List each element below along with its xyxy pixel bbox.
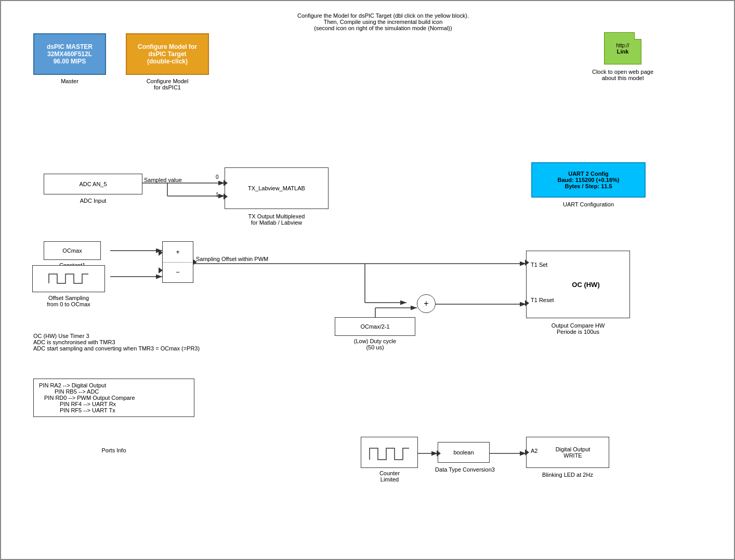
digital-output-label: Blinking LED at 2Hz [521,472,614,478]
counter-limited-label: Counter Limited [357,470,422,483]
master-block[interactable]: dsPIC MASTER 32MX460F512L 96.00 MIPS [33,33,106,75]
master-label: Master [33,78,106,84]
main-canvas: Configure the Model for dsPIC Target (db… [0,0,735,560]
offset-sampling-label: Offset Sampling from 0 to OCmax [22,295,115,307]
offset-sampling-block[interactable] [32,265,105,292]
adder-in2-arrow [159,267,163,274]
digital-output-port: A2 [531,448,537,454]
adc-block[interactable]: ADC AN_5 [44,174,142,194]
oc-hw-block[interactable]: T1 Set T1 Reset OC (HW) [526,251,630,318]
duty-cycle-label: (Low) Duty cycle (50 us) [324,338,426,350]
counter-limited-block[interactable] [361,437,418,468]
tx-in0-arrow [224,180,228,186]
tx-label: TX Output Multiplexedfor Matlab / Labvie… [206,213,347,226]
configure-block[interactable]: Configure Model for dsPIC Target (double… [126,33,209,75]
uart-label: UART Configuration [531,201,646,207]
ports-info-box: PIN RA2 --> Digital Output PIN RB5 --> A… [33,379,194,417]
oc-hw-label: Output Compare HW Periode is 100us [516,322,640,335]
link-label: Clock to open web page about this model [578,69,667,81]
configure-label: Configure Model for dsPIC1 [121,78,214,90]
sampled-value-label: Sampled value [144,177,182,183]
oc-t1reset-port: T1 Reset [531,297,554,303]
digital-out-in-arrow [525,449,529,455]
adder-block[interactable]: + − [162,241,193,283]
header-note: Configure the Model for dsPIC Target (db… [240,12,526,31]
constant1-block[interactable]: OCmax [44,241,101,260]
tx-block[interactable]: 0 1 TX_Labview_MATLAB [225,167,329,209]
ports-info-label: Ports Info [33,447,194,453]
data-type-label: Data Type Conversion3 [419,466,510,473]
sum-symbol: + [424,299,428,308]
sampling-offset-label: Sampling Offset within PWM [196,256,268,262]
pwm-waveform-icon [48,270,89,288]
oc-note: OC (HW) Use Timer 3 ADC is synchronised … [33,333,200,351]
uart-block[interactable]: UART 2 Config Baud: 115200 (+0.16%) Byte… [531,162,646,198]
tx-port0: 0 [216,174,219,180]
counter-limited-icon [369,441,410,464]
link-block-dogear [634,32,641,40]
duty-cycle-block[interactable]: OCmax/2-1 [335,317,415,336]
digital-output-block[interactable]: A2 Digital Output WRITE [526,437,609,468]
adc-label: ADC Input [44,198,142,204]
oc-t1reset-arrow [525,300,529,306]
data-type-in-arrow [437,450,441,457]
adder-minus: − [176,268,180,276]
adder-plus: + [176,248,180,256]
tx-in1-arrow [224,193,228,200]
adder-in1-arrow [159,250,163,256]
sum-circle[interactable]: + [417,294,436,313]
oc-t1set-arrow [525,259,529,266]
data-type-block[interactable]: boolean [438,442,490,463]
oc-t1set-port: T1 Set [531,262,547,268]
tx-port1: 1 [216,192,219,198]
